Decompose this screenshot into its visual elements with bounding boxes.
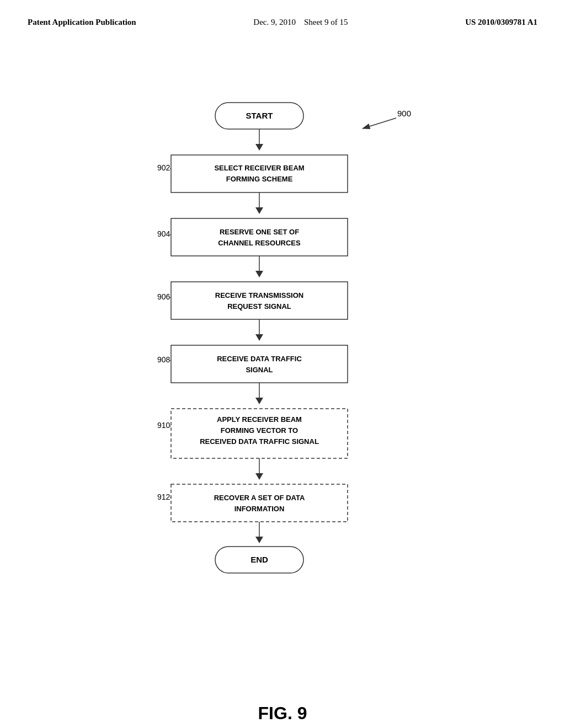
- arrowhead-6: [255, 473, 263, 480]
- end-label: END: [250, 555, 268, 564]
- box-906-line1: RECEIVE TRANSMISSION: [215, 291, 303, 299]
- box-912-line2: INFORMATION: [234, 505, 285, 513]
- box-902-line2: FORMING SCHEME: [226, 175, 293, 183]
- box-912-line1: RECOVER A SET OF DATA: [214, 494, 305, 502]
- publication-label: Patent Application Publication: [28, 18, 136, 26]
- box-908: [171, 345, 348, 383]
- header-center: Dec. 9, 2010 Sheet 9 of 15: [253, 17, 348, 28]
- box-902: [171, 155, 348, 192]
- publication-date: Dec. 9, 2010: [253, 18, 296, 26]
- figure-caption: FIG. 9: [0, 703, 565, 728]
- box-908-line1: RECEIVE DATA TRAFFIC: [217, 355, 302, 363]
- flowchart-svg: 900 START 902— SELECT RECEIVER BEAM FORM…: [0, 45, 565, 679]
- arrowhead-5: [255, 398, 263, 404]
- flowchart-container: 900 START 902— SELECT RECEIVER BEAM FORM…: [0, 45, 565, 681]
- box-910-line1: APPLY RECEIVER BEAM: [217, 415, 302, 424]
- box-904: [171, 218, 348, 256]
- arrowhead-4: [255, 334, 263, 341]
- box-906-line2: REQUEST SIGNAL: [227, 302, 291, 311]
- sheet-info: Sheet 9 of 15: [304, 18, 348, 26]
- ref-900-label: 900: [397, 109, 411, 118]
- box-912: [171, 484, 348, 522]
- arrowhead-1: [255, 144, 263, 151]
- caption-text: FIG. 9: [258, 703, 307, 723]
- box-906: [171, 282, 348, 319]
- box-908-line2: SIGNAL: [246, 366, 273, 374]
- header-right: US 2010/0309781 A1: [465, 17, 537, 28]
- patent-number: US 2010/0309781 A1: [465, 18, 537, 26]
- header-left: Patent Application Publication: [28, 17, 136, 28]
- ref-900-line: [370, 118, 396, 126]
- arrowhead-3: [255, 271, 263, 277]
- arrowhead-7: [255, 537, 263, 543]
- arrowhead-2: [255, 207, 263, 214]
- box-910-line3: RECEIVED DATA TRAFFIC SIGNAL: [200, 437, 319, 446]
- box-904-line2: CHANNEL RESOURCES: [218, 239, 301, 247]
- page-header: Patent Application Publication Dec. 9, 2…: [0, 0, 565, 34]
- start-label: START: [246, 111, 273, 120]
- box-910-line2: FORMING VECTOR TO: [221, 426, 298, 435]
- box-904-line1: RESERVE ONE SET OF: [220, 228, 299, 236]
- box-902-line1: SELECT RECEIVER BEAM: [214, 164, 304, 172]
